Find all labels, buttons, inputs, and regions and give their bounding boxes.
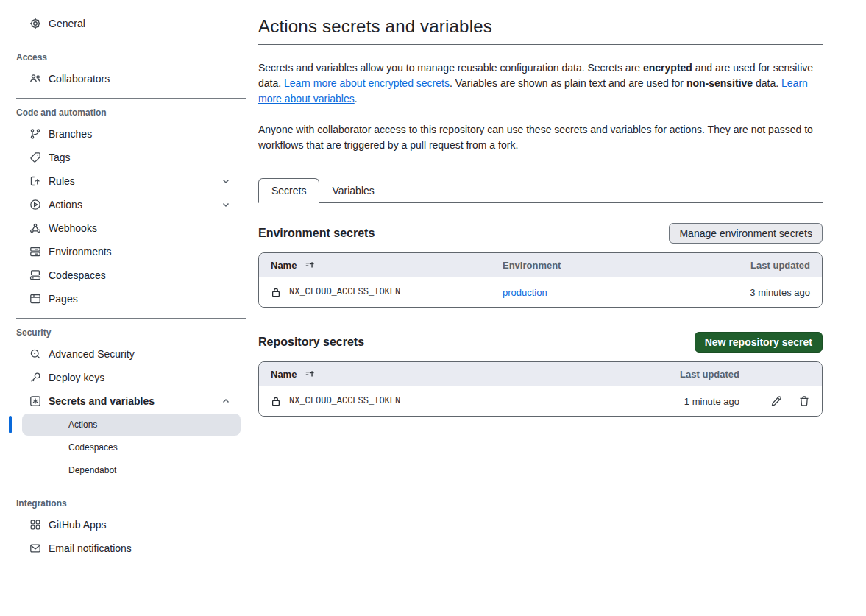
sidebar-subitem-label: Codespaces bbox=[68, 442, 118, 453]
intro-text: . bbox=[355, 93, 358, 105]
last-updated-value: 3 minutes ago bbox=[692, 287, 810, 298]
sidebar-item-label: General bbox=[49, 18, 85, 29]
sidebar-item-label: Deploy keys bbox=[49, 372, 104, 383]
codespaces-icon bbox=[29, 269, 41, 281]
tag-icon bbox=[29, 152, 41, 163]
page-title: Actions secrets and variables bbox=[258, 16, 823, 37]
environment-secret-row: NX_CLOUD_ACCESS_TOKEN production 3 minut… bbox=[259, 277, 822, 307]
edit-pencil-icon[interactable] bbox=[770, 395, 782, 407]
people-icon bbox=[29, 73, 41, 85]
column-label: Name bbox=[271, 369, 297, 380]
sidebar-item-webhooks[interactable]: Webhooks bbox=[0, 216, 246, 240]
sidebar-item-actions[interactable]: Actions bbox=[0, 193, 246, 216]
environment-secrets-title: Environment secrets bbox=[258, 227, 375, 240]
table-header-row: Name Last updated bbox=[259, 362, 822, 386]
secret-name-cell: NX_CLOUD_ACCESS_TOKEN bbox=[271, 396, 644, 407]
key-icon bbox=[29, 372, 41, 383]
webhook-icon bbox=[29, 222, 41, 234]
sort-ascending-icon bbox=[305, 260, 315, 270]
new-repository-secret-button[interactable]: New repository secret bbox=[695, 332, 823, 353]
sidebar-subitem-actions[interactable]: Actions bbox=[22, 414, 241, 436]
rules-icon bbox=[29, 175, 41, 187]
sidebar-item-github-apps[interactable]: GitHub Apps bbox=[0, 513, 246, 537]
sidebar-item-label: Advanced Security bbox=[49, 348, 135, 360]
lock-icon bbox=[271, 396, 281, 407]
sidebar-item-collaborators[interactable]: Collaborators bbox=[0, 67, 246, 91]
collaborator-access-paragraph: Anyone with collaborator access to this … bbox=[258, 122, 823, 153]
settings-page: General Access Collaborators Code and au… bbox=[0, 0, 866, 560]
sidebar-item-deploy-keys[interactable]: Deploy keys bbox=[0, 366, 246, 389]
sidebar-item-label: Collaborators bbox=[49, 73, 110, 85]
chevron-down-icon[interactable] bbox=[221, 176, 231, 186]
sort-ascending-icon bbox=[305, 369, 315, 379]
intro-bold-non-sensitive: non-sensitive bbox=[686, 77, 753, 89]
sidebar-item-label: Actions bbox=[49, 199, 82, 210]
sidebar-item-branches[interactable]: Branches bbox=[0, 122, 246, 146]
server-icon bbox=[29, 246, 41, 258]
sidebar-item-label: Codespaces bbox=[49, 269, 106, 281]
intro-paragraph: Secrets and variables allow you to manag… bbox=[258, 60, 823, 107]
sidebar-item-label: Environments bbox=[49, 246, 112, 258]
browser-icon bbox=[29, 293, 41, 305]
sidebar-subitem-dependabot[interactable]: Dependabot bbox=[22, 459, 241, 481]
sidebar-item-rules[interactable]: Rules bbox=[0, 169, 246, 193]
sidebar-section-access: Access bbox=[0, 52, 246, 63]
sidebar-item-advanced-security[interactable]: Advanced Security bbox=[0, 342, 246, 366]
sidebar-item-email-notifications[interactable]: Email notifications bbox=[0, 537, 246, 560]
sidebar-item-label: Tags bbox=[49, 152, 71, 163]
sidebar-section-security: Security bbox=[0, 328, 246, 338]
environment-secrets-header: Environment secrets Manage environment s… bbox=[258, 222, 823, 244]
chevron-up-icon[interactable] bbox=[221, 396, 231, 406]
sidebar-item-label: GitHub Apps bbox=[49, 519, 107, 531]
sidebar-subitem-label: Dependabot bbox=[68, 465, 116, 475]
repository-secrets-table: Name Last updated NX_CLOUD_ACCESS_TOK bbox=[258, 361, 823, 417]
row-actions bbox=[739, 395, 810, 407]
column-label: Name bbox=[271, 260, 297, 271]
sidebar-divider bbox=[16, 98, 246, 99]
repository-secret-row: NX_CLOUD_ACCESS_TOKEN 1 minute ago bbox=[259, 386, 822, 416]
sidebar-item-label: Rules bbox=[49, 175, 75, 187]
mail-icon bbox=[29, 542, 41, 554]
apps-icon bbox=[29, 519, 41, 531]
tab-secrets[interactable]: Secrets bbox=[258, 178, 319, 203]
environment-secrets-table: Name Environment Last updated NX_CLOUD bbox=[258, 252, 823, 308]
column-header-name[interactable]: Name bbox=[271, 260, 503, 271]
sidebar-item-label: Email notifications bbox=[49, 542, 132, 554]
settings-sidebar: General Access Collaborators Code and au… bbox=[0, 0, 246, 560]
learn-more-encrypted-secrets-link[interactable]: Learn more about encrypted secrets bbox=[284, 77, 450, 89]
sidebar-item-label: Webhooks bbox=[49, 222, 97, 234]
tab-variables[interactable]: Variables bbox=[319, 179, 386, 202]
intro-text: data. bbox=[753, 77, 781, 89]
sidebar-item-environments[interactable]: Environments bbox=[0, 240, 246, 263]
sidebar-item-tags[interactable]: Tags bbox=[0, 146, 246, 169]
secret-name-cell: NX_CLOUD_ACCESS_TOKEN bbox=[271, 287, 503, 298]
sidebar-divider bbox=[16, 318, 246, 319]
repository-secrets-header: Repository secrets New repository secret bbox=[258, 331, 823, 353]
sidebar-subitem-codespaces[interactable]: Codespaces bbox=[22, 436, 241, 459]
play-icon bbox=[29, 199, 41, 210]
secret-name: NX_CLOUD_ACCESS_TOKEN bbox=[289, 287, 400, 297]
column-header-last-updated: Last updated bbox=[644, 369, 739, 380]
column-header-name[interactable]: Name bbox=[271, 369, 644, 380]
sidebar-item-codespaces[interactable]: Codespaces bbox=[0, 263, 246, 287]
manage-environment-secrets-button[interactable]: Manage environment secrets bbox=[669, 223, 823, 244]
repository-secrets-title: Repository secrets bbox=[258, 336, 364, 349]
sidebar-item-secrets-and-variables[interactable]: Secrets and variables bbox=[0, 389, 246, 413]
column-header-environment: Environment bbox=[503, 260, 692, 271]
title-divider bbox=[258, 44, 823, 45]
main-content: Actions secrets and variables Secrets an… bbox=[258, 0, 823, 560]
sidebar-divider bbox=[16, 43, 246, 43]
environment-link-production[interactable]: production bbox=[503, 287, 692, 298]
chevron-down-icon[interactable] bbox=[221, 199, 231, 210]
secrets-variables-tabs: Secrets Variables bbox=[258, 176, 823, 203]
delete-trash-icon[interactable] bbox=[798, 395, 810, 407]
sidebar-section-code-automation: Code and automation bbox=[0, 107, 246, 118]
lock-icon bbox=[271, 287, 281, 298]
sidebar-item-label: Pages bbox=[49, 293, 78, 305]
sidebar-subitem-label: Actions bbox=[68, 419, 97, 430]
intro-text: . Variables are shown as plain text and … bbox=[450, 77, 686, 89]
sidebar-item-pages[interactable]: Pages bbox=[0, 287, 246, 311]
sidebar-section-integrations: Integrations bbox=[0, 498, 246, 509]
column-header-last-updated: Last updated bbox=[692, 260, 810, 271]
sidebar-item-general[interactable]: General bbox=[0, 12, 246, 35]
